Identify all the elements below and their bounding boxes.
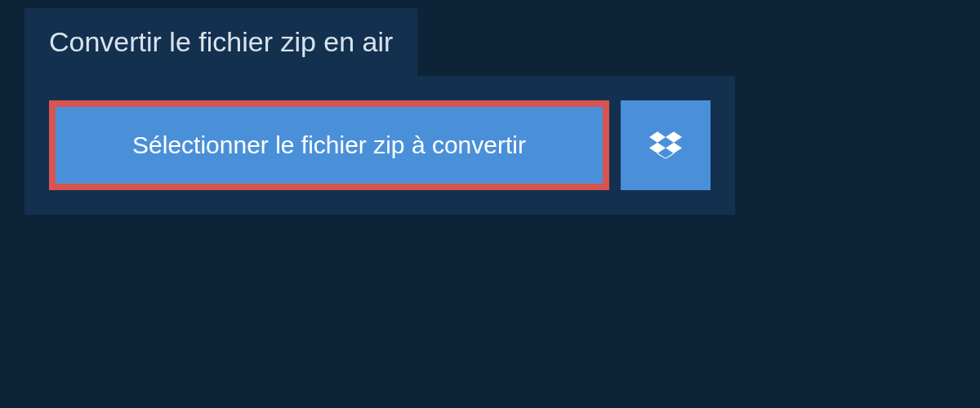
select-file-button[interactable]: Sélectionner le fichier zip à convertir [49,100,609,190]
select-file-label: Sélectionner le fichier zip à convertir [132,131,526,159]
file-select-panel: Sélectionner le fichier zip à convertir [24,76,735,215]
page-title: Convertir le fichier zip en air [49,26,393,57]
title-tab: Convertir le fichier zip en air [24,8,417,76]
dropbox-button[interactable] [621,100,710,190]
dropbox-icon [649,129,682,162]
